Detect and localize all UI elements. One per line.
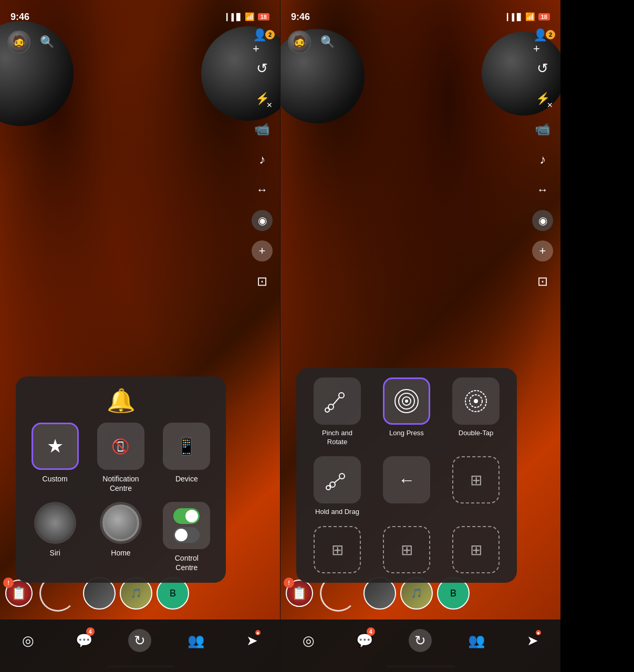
- hold-drag-icon: [323, 466, 351, 494]
- flip-camera-button[interactable]: ↺: [252, 58, 273, 79]
- nav-stories-right[interactable]: ➤ ●: [521, 629, 544, 652]
- lens-button[interactable]: ◉: [252, 210, 273, 231]
- friends-icon-right: 👥: [465, 629, 488, 652]
- flip-camera-button-right[interactable]: ↺: [532, 58, 553, 79]
- gesture-double-tap[interactable]: Double-Tap: [444, 377, 507, 447]
- menu-item-notification[interactable]: 📵 NotificationCentre: [92, 423, 149, 493]
- svg-line-14: [335, 478, 340, 482]
- gesture-long-press[interactable]: Long Press: [375, 377, 438, 447]
- search-button-right[interactable]: 🔍: [317, 32, 337, 52]
- pinch-rotate-label: Pinch andRotate: [322, 429, 352, 447]
- story-notif-wrap: 📋 !: [5, 580, 33, 607]
- svg-point-15: [326, 486, 330, 490]
- star-icon: ★: [47, 435, 64, 457]
- svg-point-1: [339, 393, 344, 398]
- gesture-add-1[interactable]: ⊞: [444, 456, 507, 517]
- gesture-pinch-rotate[interactable]: Pinch andRotate: [306, 377, 369, 447]
- double-tap-icon: [462, 387, 490, 415]
- nav-friends[interactable]: 👥: [184, 629, 207, 652]
- nav-camera-right[interactable]: ↻: [409, 629, 432, 652]
- svg-point-12: [330, 482, 335, 487]
- stories-badge: ●: [255, 630, 261, 635]
- nav-chat[interactable]: 💬 4: [72, 629, 96, 652]
- nav-stories[interactable]: ➤ ●: [241, 629, 264, 652]
- video-button-right[interactable]: 📹: [532, 119, 553, 140]
- gesture-add-4[interactable]: ⊞: [444, 526, 507, 573]
- device-icon-wrap: 📱: [163, 423, 210, 470]
- gesture-hold-drag[interactable]: Hold and Drag: [306, 456, 369, 517]
- flash-button[interactable]: ⚡✕: [252, 88, 273, 109]
- svg-line-4: [329, 408, 329, 408]
- scan-button[interactable]: ⊡: [252, 271, 273, 292]
- add-button[interactable]: +: [252, 240, 273, 261]
- nav-location-right[interactable]: ◎: [297, 629, 320, 652]
- notification-badge: 2: [265, 30, 275, 39]
- lens-button-right[interactable]: ◉: [532, 210, 553, 231]
- menu-item-custom[interactable]: ★ Custom: [26, 423, 84, 493]
- nav-camera[interactable]: ↻: [128, 629, 151, 652]
- right-popup-menu: Pinch andRotate Long Press: [296, 368, 517, 583]
- expand-button-right[interactable]: ↔: [532, 180, 553, 201]
- video-button[interactable]: 📹: [252, 119, 273, 140]
- add-1-icon-wrap: ⊞: [452, 456, 500, 503]
- home-label: Home: [111, 548, 130, 558]
- menu-item-siri[interactable]: Siri: [26, 502, 84, 572]
- add-button-right[interactable]: +: [532, 240, 553, 261]
- right-side-icons: ↺ ⚡✕ 📹 ♪ ↔ ◉ + ⊡: [252, 58, 273, 292]
- story-notif-badge: !: [3, 578, 14, 588]
- bottom-nav-right: ◎ 💬 4 ↻ 👥 ➤ ●: [280, 620, 560, 672]
- toggle-off: [173, 527, 200, 543]
- siri-icon-wrap: [34, 502, 76, 544]
- status-time: 9:46: [11, 12, 29, 23]
- hold-drag-icon-wrap: [314, 456, 361, 503]
- notification-icon: 📵: [111, 438, 130, 455]
- right-panel: 9:46 ▎▌▊ 📶 18 🧔 🔍 👤+ 2 ↺ ⚡✕ 📹 ♪ ↔ ◉ + ⊡: [280, 0, 560, 672]
- popup-grid: ★ Custom 📵 NotificationCentre 📱 Device: [26, 423, 215, 572]
- svg-point-8: [405, 400, 408, 403]
- long-press-label: Long Press: [389, 429, 424, 438]
- music-button-right[interactable]: ♪: [532, 149, 553, 170]
- top-bar-left: 🧔 🔍: [7, 30, 57, 54]
- nav-friends-right[interactable]: 👥: [465, 629, 488, 652]
- scan-button-right[interactable]: ⊡: [532, 271, 553, 292]
- long-press-icon-wrap: [383, 377, 430, 425]
- expand-button[interactable]: ↔: [252, 180, 273, 201]
- back-icon-wrap: ←: [383, 456, 430, 503]
- avatar[interactable]: 🧔: [7, 30, 30, 54]
- search-button[interactable]: 🔍: [37, 32, 57, 52]
- story-notif-badge-right: !: [284, 578, 294, 588]
- svg-line-16: [330, 485, 331, 486]
- signal-icon: ▎▌▊: [226, 13, 242, 21]
- flash-button-right[interactable]: ⚡✕: [532, 88, 553, 109]
- bell-icon: 🔔: [107, 387, 136, 414]
- music-button[interactable]: ♪: [252, 149, 273, 170]
- story-notif-wrap-right: 📋 !: [286, 580, 313, 607]
- nav-location[interactable]: ◎: [16, 629, 39, 652]
- add-1-icon: ⊞: [470, 471, 482, 489]
- add-4-icon-wrap: ⊞: [452, 526, 500, 573]
- nav-chat-right[interactable]: 💬 4: [353, 629, 376, 652]
- notification-label: NotificationCentre: [102, 474, 139, 493]
- device-label: Device: [175, 474, 198, 484]
- notification-icon-wrap: 📵: [97, 423, 144, 470]
- gesture-add-2[interactable]: ⊞: [306, 526, 369, 573]
- svg-point-11: [474, 399, 478, 403]
- menu-item-device[interactable]: 📱 Device: [158, 423, 215, 493]
- gesture-back[interactable]: ←: [375, 456, 438, 517]
- add-4-icon: ⊞: [470, 541, 482, 559]
- control-icon-wrap: [163, 502, 210, 549]
- home-icon-wrap: [100, 502, 142, 544]
- menu-item-home[interactable]: Home: [92, 502, 149, 572]
- double-tap-label: Double-Tap: [459, 429, 494, 438]
- status-icons-right: ▎▌▊ 📶 18: [507, 12, 550, 22]
- add-3-icon-wrap: ⊞: [383, 526, 430, 573]
- status-icons: ▎▌▊ 📶 18: [226, 12, 269, 22]
- gesture-add-3[interactable]: ⊞: [375, 526, 438, 573]
- home-icon: [102, 505, 139, 541]
- toggle-on: [173, 508, 200, 524]
- location-icon-right: ◎: [297, 629, 320, 652]
- camera-icon-right: ↻: [409, 629, 432, 652]
- top-bar-left-right: 🧔 🔍: [288, 30, 337, 54]
- menu-item-control[interactable]: ControlCentre: [158, 502, 215, 572]
- avatar-right[interactable]: 🧔: [288, 30, 311, 54]
